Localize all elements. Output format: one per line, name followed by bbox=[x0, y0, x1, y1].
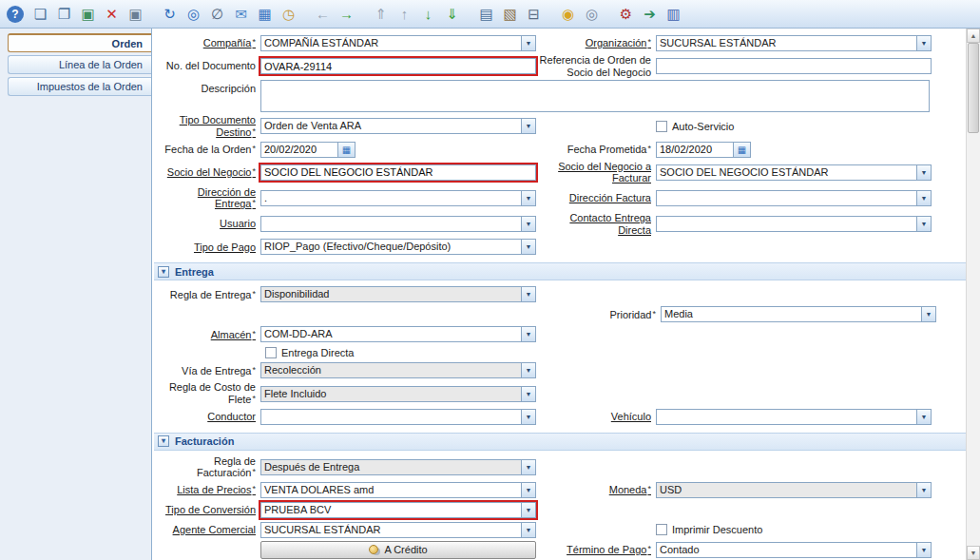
vehiculo-select[interactable]: ▼ bbox=[656, 409, 932, 425]
sidebar-tab-linea-de-la-orden[interactable]: Línea de la Orden bbox=[8, 55, 151, 74]
detail-record-icon[interactable]: → bbox=[336, 3, 357, 25]
compania-label[interactable]: Compañía bbox=[154, 37, 260, 49]
sidebar-tab-orden[interactable]: Orden bbox=[8, 33, 151, 52]
vertical-scrollbar[interactable]: ▲ ▼ bbox=[966, 29, 980, 560]
prioridad-select[interactable]: Media ▼ bbox=[661, 306, 936, 322]
chevron-down-icon[interactable]: ▼ bbox=[521, 483, 535, 497]
parent-record-icon[interactable]: ← bbox=[312, 3, 334, 25]
product-info-icon[interactable]: ▥ bbox=[663, 3, 684, 25]
save-as-icon[interactable]: ▣ bbox=[77, 3, 99, 25]
socio-facturar-select[interactable]: SOCIO DEL NEGOCIO ESTÁNDAR ▼ bbox=[656, 164, 932, 181]
scroll-down-icon[interactable]: ▼ bbox=[967, 546, 980, 560]
regla-entrega-select[interactable]: Disponibilidad ▼ bbox=[260, 286, 536, 302]
socio-facturar-label[interactable]: Socio del Negocio a Facturar bbox=[536, 161, 656, 184]
regla-flete-select[interactable]: Flete Incluido ▼ bbox=[260, 386, 536, 402]
tipo-doc-destino-select[interactable]: Orden de Venta ARA ▼ bbox=[260, 118, 536, 134]
termino-pago-label[interactable]: Término de Pago bbox=[536, 544, 656, 556]
lista-precios-label[interactable]: Lista de Precios bbox=[154, 484, 260, 496]
chevron-down-icon[interactable]: ▼ bbox=[521, 327, 535, 341]
history-icon[interactable]: ◷ bbox=[278, 3, 299, 25]
conductor-select[interactable]: ▼ bbox=[260, 409, 536, 425]
moneda-select[interactable]: USD ▼ bbox=[656, 482, 932, 498]
vehiculo-label[interactable]: Vehículo bbox=[536, 411, 656, 423]
moneda-label[interactable]: Moneda bbox=[536, 484, 656, 496]
calendar-icon[interactable]: ▦ bbox=[734, 142, 751, 158]
lock-icon[interactable]: ◉ bbox=[557, 3, 579, 25]
sidebar-tab-impuestos-de-la-orden[interactable]: Impuestos de la Orden bbox=[8, 77, 151, 96]
scrollbar-track[interactable] bbox=[967, 43, 980, 546]
zoom-across-icon[interactable]: ◎ bbox=[581, 3, 603, 25]
tipo-pago-select[interactable]: RIOP_Pago (Efectivo/Cheque/Depósito) ▼ bbox=[260, 239, 536, 255]
chevron-down-icon[interactable]: ▼ bbox=[521, 36, 535, 50]
chevron-down-icon[interactable]: ▼ bbox=[916, 543, 931, 557]
workflow-icon[interactable]: ➔ bbox=[639, 3, 661, 25]
delete-record-icon[interactable]: ✕ bbox=[101, 3, 123, 25]
print-icon[interactable]: ⊟ bbox=[523, 3, 545, 25]
usuario-label[interactable]: Usuario bbox=[154, 218, 260, 230]
chevron-down-icon[interactable]: ▼ bbox=[521, 119, 535, 133]
tipo-conversion-select[interactable]: PRUEBA BCV ▼ bbox=[260, 502, 536, 518]
chevron-down-icon[interactable]: ▼ bbox=[916, 483, 931, 497]
almacen-label[interactable]: Almacén bbox=[154, 329, 260, 341]
termino-pago-select[interactable]: Contado ▼ bbox=[656, 542, 932, 558]
chevron-down-icon[interactable]: ▼ bbox=[521, 387, 535, 401]
chevron-down-icon[interactable]: ▼ bbox=[521, 503, 535, 517]
attachment-icon[interactable]: ∅ bbox=[206, 3, 228, 25]
scrollbar-thumb[interactable] bbox=[968, 43, 979, 133]
tipo-conversion-label[interactable]: Tipo de Conversión bbox=[154, 504, 260, 516]
calendar-icon[interactable]: ▦ bbox=[338, 142, 355, 158]
tipo-pago-label[interactable]: Tipo de Pago bbox=[154, 241, 260, 254]
copy-record-icon[interactable]: ❐ bbox=[53, 3, 75, 25]
direccion-entrega-label[interactable]: Dirección de Entrega bbox=[154, 186, 260, 210]
entrega-directa-checkbox[interactable] bbox=[265, 347, 277, 358]
chevron-down-icon[interactable]: ▼ bbox=[916, 36, 931, 50]
scroll-up-icon[interactable]: ▲ bbox=[967, 29, 980, 43]
first-record-icon[interactable]: ⇑ bbox=[370, 3, 392, 25]
chevron-down-icon[interactable]: ▼ bbox=[521, 363, 535, 377]
chevron-down-icon[interactable]: ▼ bbox=[916, 191, 931, 205]
organizacion-label[interactable]: Organización bbox=[536, 37, 656, 49]
contacto-entrega-label[interactable]: Contacto Entrega Directa bbox=[536, 212, 656, 236]
referencia-input[interactable] bbox=[656, 58, 932, 74]
agente-comercial-label[interactable]: Agente Comercial bbox=[154, 524, 260, 536]
help-icon[interactable]: ? bbox=[7, 6, 24, 23]
grid-toggle-icon[interactable]: ▦ bbox=[254, 3, 276, 25]
active-workflows-icon[interactable]: ⚙ bbox=[615, 3, 637, 25]
contacto-entrega-select[interactable]: ▼ bbox=[656, 216, 932, 232]
conductor-label[interactable]: Conductor bbox=[154, 411, 260, 423]
lista-precios-select[interactable]: VENTA DOLARES amd ▼ bbox=[260, 482, 536, 498]
agente-comercial-select[interactable]: SUCURSAL ESTÁNDAR ▼ bbox=[260, 522, 536, 538]
no-documento-input[interactable] bbox=[260, 58, 536, 74]
organizacion-select[interactable]: SUCURSAL ESTÁNDAR ▼ bbox=[656, 35, 932, 51]
find-record-icon[interactable]: ◎ bbox=[183, 3, 204, 25]
chevron-down-icon[interactable]: ▼ bbox=[521, 460, 535, 474]
collapse-section-icon[interactable]: ▾ bbox=[158, 266, 169, 278]
chevron-down-icon[interactable]: ▼ bbox=[521, 191, 535, 205]
tipo-doc-destino-label[interactable]: Tipo Documento Destino bbox=[154, 114, 260, 138]
socio-negocio-label[interactable]: Socio del Negocio bbox=[154, 166, 260, 179]
refresh-icon[interactable]: ↻ bbox=[159, 3, 181, 25]
direccion-factura-select[interactable]: ▼ bbox=[656, 190, 932, 206]
a-credito-button[interactable]: A Crédito bbox=[260, 541, 536, 559]
regla-facturacion-select[interactable]: Después de Entrega ▼ bbox=[260, 459, 536, 475]
fecha-orden-input[interactable] bbox=[260, 142, 338, 158]
direccion-entrega-select[interactable]: . ▼ bbox=[260, 190, 536, 206]
archive-icon[interactable]: ▧ bbox=[499, 3, 521, 25]
new-record-icon[interactable]: ❏ bbox=[29, 3, 51, 25]
socio-negocio-input[interactable] bbox=[260, 164, 536, 181]
chevron-down-icon[interactable]: ▼ bbox=[521, 217, 535, 231]
report-icon[interactable]: ▤ bbox=[475, 3, 497, 25]
save-record-icon[interactable]: ▣ bbox=[125, 3, 146, 25]
imprimir-descuento-checkbox[interactable] bbox=[656, 524, 667, 535]
descripcion-textarea[interactable] bbox=[260, 80, 930, 112]
usuario-select[interactable]: ▼ bbox=[260, 216, 536, 232]
chevron-down-icon[interactable]: ▼ bbox=[916, 217, 931, 231]
almacen-select[interactable]: COM-DD-ARA ▼ bbox=[260, 326, 536, 342]
chat-icon[interactable]: ✉ bbox=[230, 3, 252, 25]
chevron-down-icon[interactable]: ▼ bbox=[521, 410, 535, 424]
last-record-icon[interactable]: ⇓ bbox=[441, 3, 463, 25]
chevron-down-icon[interactable]: ▼ bbox=[916, 410, 931, 424]
previous-record-icon[interactable]: ↑ bbox=[394, 3, 415, 25]
next-record-icon[interactable]: ↓ bbox=[417, 3, 439, 25]
via-entrega-select[interactable]: Recolección ▼ bbox=[260, 362, 536, 378]
